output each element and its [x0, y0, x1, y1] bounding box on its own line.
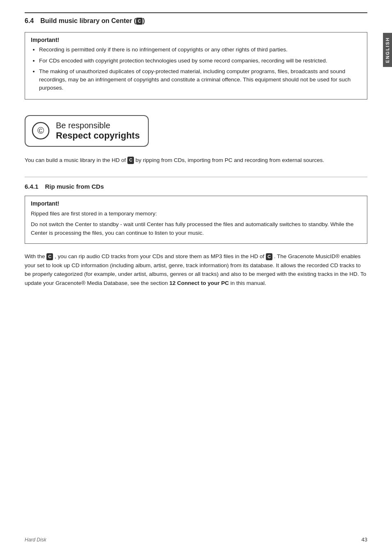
section-6-4-1-header: 6.4.1 Rip music from CDs [25, 183, 367, 190]
footer-label: Hard Disk [25, 537, 46, 543]
section-6-4-header: 6.4 Build music library on Center (C) [25, 12, 367, 25]
responsible-line2: Respect copyrights [56, 130, 140, 141]
center-icon-body: C [127, 157, 134, 164]
sub-section-divider [25, 177, 367, 177]
svg-text:©: © [37, 125, 44, 136]
important-para-2: Do not switch the Center to standby - wa… [31, 220, 361, 238]
section-6-4-1-body: With the C , you can rip audio CD tracks… [25, 252, 367, 287]
important-box-1: Important! Recording is permitted only i… [25, 32, 367, 99]
important-item-3: The making of unauthorized duplicates of… [39, 67, 361, 92]
responsible-line1: Be responsible [56, 121, 140, 130]
responsible-box: © Be responsible Respect copyrights [25, 115, 149, 147]
responsible-text: Be responsible Respect copyrights [56, 121, 140, 141]
copyright-icon: © [31, 121, 50, 140]
footer-page: 43 [362, 536, 367, 543]
important-item-1: Recording is permitted only if there is … [39, 46, 361, 54]
center-icon-rip-2: C [266, 253, 272, 260]
important-list-1: Recording is permitted only if there is … [31, 46, 361, 92]
center-icon-title: C [136, 18, 143, 25]
page-footer: Hard Disk 43 [25, 536, 367, 543]
section-6-4-1-title: Rip music from CDs [45, 183, 104, 190]
section-6-4-1-number: 6.4.1 [25, 183, 38, 190]
important-item-2: For CDs encoded with copyright protectio… [39, 57, 361, 65]
important-heading-1: Important! [31, 37, 361, 43]
section-6-4-number: 6.4 [25, 17, 34, 25]
section-6-4-body: You can build a music library in the HD … [25, 156, 367, 165]
important-heading-2: Important! [31, 200, 361, 207]
language-label: ENGLISH [385, 37, 390, 63]
center-icon-rip-1: C [46, 253, 53, 260]
important-box-2: Important! Ripped files are first stored… [25, 196, 367, 244]
section-6-4-title: Build music library on Center (C) [40, 17, 145, 25]
language-tab: ENGLISH [383, 33, 392, 67]
page-container: ENGLISH 6.4 Build music library on Cente… [0, 0, 392, 555]
important-para-1: Ripped files are first stored in a tempo… [31, 209, 361, 218]
